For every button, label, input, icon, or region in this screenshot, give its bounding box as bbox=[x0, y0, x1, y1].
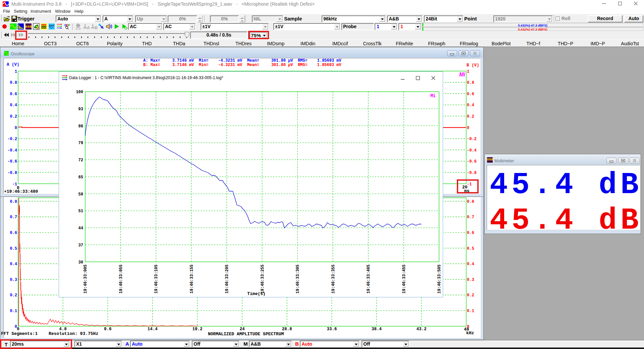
svg-text:0.4: 0.4 bbox=[467, 262, 474, 267]
svg-text:4.8: 4.8 bbox=[59, 327, 67, 332]
svg-text:0.2: 0.2 bbox=[10, 114, 17, 119]
svg-text:19:46:33:205: 19:46:33:205 bbox=[225, 265, 229, 293]
svg-text:0: 0 bbox=[15, 126, 17, 130]
svg-text:0.4: 0.4 bbox=[10, 103, 17, 108]
svg-text:0.7: 0.7 bbox=[467, 215, 474, 220]
svg-text:-0.2: -0.2 bbox=[7, 137, 17, 141]
svg-text:0.5: 0.5 bbox=[10, 246, 17, 251]
svg-text:0.6: 0.6 bbox=[10, 231, 17, 235]
svg-text:-0.6: -0.6 bbox=[7, 159, 17, 164]
svg-text:19:46:33:405: 19:46:33:405 bbox=[366, 265, 371, 293]
svg-text:19:46:33:505: 19:46:33:505 bbox=[437, 265, 442, 293]
svg-text:888: 888 bbox=[25, 25, 32, 29]
svg-text:19:46:33:105: 19:46:33:105 bbox=[154, 265, 159, 293]
svg-text:0: 0 bbox=[17, 327, 19, 332]
svg-text:30: 30 bbox=[78, 260, 83, 265]
svg-text:93: 93 bbox=[78, 107, 83, 112]
svg-text:A: A bbox=[87, 25, 90, 30]
svg-text:P: P bbox=[68, 23, 70, 27]
svg-text:0.6: 0.6 bbox=[467, 92, 474, 97]
svg-text:0.6: 0.6 bbox=[10, 92, 17, 97]
svg-text:DUT: DUT bbox=[49, 24, 55, 27]
svg-text:0.7: 0.7 bbox=[10, 215, 17, 220]
svg-text:19:46:33:005: 19:46:33:005 bbox=[83, 265, 88, 293]
svg-text:43.2: 43.2 bbox=[416, 327, 426, 332]
svg-text:B: B bbox=[95, 25, 98, 30]
svg-text:14.4: 14.4 bbox=[148, 327, 158, 332]
svg-text:28.8: 28.8 bbox=[282, 327, 292, 332]
svg-text:0.8: 0.8 bbox=[467, 199, 474, 204]
svg-text:0.6: 0.6 bbox=[467, 231, 474, 235]
svg-text:1: 1 bbox=[467, 69, 469, 74]
svg-text:19:46:33:355: 19:46:33:355 bbox=[331, 265, 336, 293]
svg-text:86: 86 bbox=[78, 124, 83, 129]
svg-text:19.2: 19.2 bbox=[192, 327, 202, 332]
svg-text:0.3: 0.3 bbox=[10, 278, 17, 282]
svg-text:65: 65 bbox=[78, 175, 83, 180]
svg-text:-0.2: -0.2 bbox=[467, 137, 477, 141]
svg-text:19:46:33:055: 19:46:33:055 bbox=[119, 265, 123, 293]
svg-text:0.4: 0.4 bbox=[467, 103, 474, 108]
svg-text:37: 37 bbox=[78, 243, 83, 248]
svg-text:9.6: 9.6 bbox=[104, 327, 112, 332]
svg-text:-0.6: -0.6 bbox=[467, 159, 477, 164]
svg-text:-0.4: -0.4 bbox=[7, 148, 17, 153]
svg-text:33.6: 33.6 bbox=[327, 327, 337, 332]
svg-text:38.4: 38.4 bbox=[372, 327, 382, 332]
svg-text:-1: -1 bbox=[12, 182, 17, 187]
svg-text:24: 24 bbox=[239, 327, 245, 332]
svg-text:-0.8: -0.8 bbox=[7, 171, 17, 175]
svg-text:0.8: 0.8 bbox=[10, 199, 17, 204]
svg-text:0.1: 0.1 bbox=[10, 309, 17, 313]
svg-text:0.8: 0.8 bbox=[10, 80, 17, 85]
svg-text:72: 72 bbox=[78, 158, 83, 163]
svg-text:19:46:33:455: 19:46:33:455 bbox=[402, 265, 407, 293]
svg-text:0.8: 0.8 bbox=[467, 80, 474, 85]
svg-text:58: 58 bbox=[78, 192, 83, 197]
svg-text:-0.4: -0.4 bbox=[467, 148, 477, 153]
svg-text:0.5: 0.5 bbox=[467, 246, 474, 251]
svg-text:19:46:33:305: 19:46:33:305 bbox=[296, 265, 300, 293]
svg-text:51: 51 bbox=[78, 209, 83, 214]
svg-text:0.2: 0.2 bbox=[467, 114, 474, 119]
svg-text:0.1: 0.1 bbox=[467, 309, 474, 313]
svg-text:0: 0 bbox=[467, 126, 469, 130]
svg-text:100: 100 bbox=[76, 90, 83, 95]
svg-text:1: 1 bbox=[15, 69, 17, 74]
svg-text:0.2: 0.2 bbox=[467, 293, 474, 298]
svg-text:0.3: 0.3 bbox=[467, 278, 474, 282]
svg-text:79: 79 bbox=[78, 141, 83, 146]
svg-text:0.4: 0.4 bbox=[10, 262, 17, 267]
svg-text:-0.8: -0.8 bbox=[467, 171, 477, 175]
svg-text:19:46:33:155: 19:46:33:155 bbox=[190, 265, 194, 293]
svg-text:19:46:33:255: 19:46:33:255 bbox=[260, 265, 265, 293]
svg-text:0.2: 0.2 bbox=[10, 293, 17, 298]
svg-text:44: 44 bbox=[78, 226, 83, 231]
